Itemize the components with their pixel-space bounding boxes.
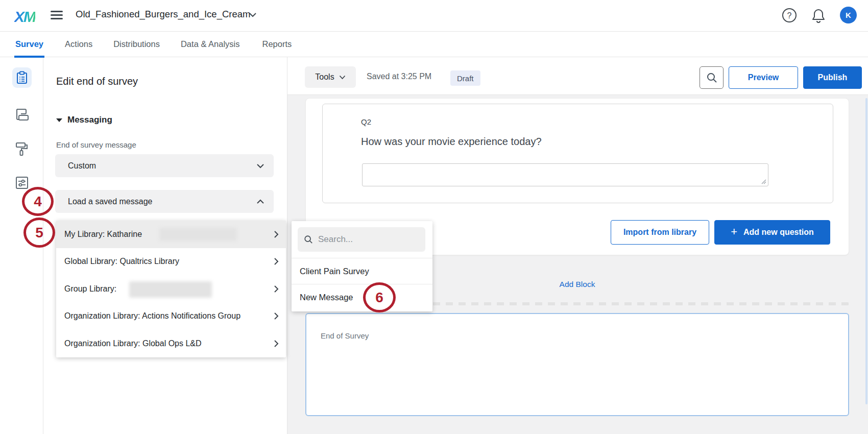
question-number: Q2 [361,117,371,126]
publish-button[interactable]: Publish [803,66,862,89]
tab-survey[interactable]: Survey [14,32,44,57]
editor-toolbar: Tools Saved at 3:25 PM Draft Preview Pub… [287,57,868,95]
load-saved-message-button[interactable]: Load a saved message [55,190,274,213]
add-new-question-label: Add new question [743,228,814,237]
main-nav-tabs: Survey Actions Distributions Data & Anal… [0,32,868,57]
menu-item-label: Organization Library: Global Ops L&D [64,339,202,348]
sliders-settings-icon [15,176,29,189]
top-bar: XM Old_Fashioned_Burgers_and_Ice_Cream ?… [0,0,868,32]
chevron-up-icon [256,199,264,204]
survey-name[interactable]: Old_Fashioned_Burgers_and_Ice_Cream [76,9,250,20]
help-icon[interactable]: ? [782,8,797,23]
tools-label: Tools [315,73,334,82]
chevron-right-icon [274,312,279,320]
plus-icon: + [731,225,737,238]
scrollbar[interactable] [865,98,867,404]
add-block-link[interactable]: Add Block [560,280,595,289]
search-icon [706,72,717,83]
end-of-survey-block[interactable]: End of Survey [305,313,849,416]
sidebar-item-survey-builder[interactable] [12,67,32,88]
add-new-question-button[interactable]: + Add new question [714,220,830,245]
menu-item-label: Global Library: Qualtrics Library [64,257,179,266]
import-from-library-button[interactable]: Import from library [611,220,709,245]
redacted-text [129,281,212,298]
menu-item-group-library[interactable]: Group Library: [56,275,286,303]
chevron-right-icon [274,230,279,238]
redacted-text [159,228,237,241]
resize-handle-icon[interactable] [761,179,766,184]
chevron-down-icon [339,75,346,80]
chevron-right-icon [274,257,279,266]
menu-item-label: Organization Library: Actions Notificati… [64,311,240,321]
saved-messages-submenu: Client Pain Survey New Message [292,221,432,311]
submenu-item-client-pain-survey[interactable]: Client Pain Survey [292,258,432,284]
survey-flow-icon [15,108,29,122]
save-status: Saved at 3:25 PM [367,72,431,81]
chevron-down-icon [256,163,264,168]
menu-item-org-library-global-ops[interactable]: Organization Library: Global Ops L&D [56,330,286,357]
draft-status-badge: Draft [450,70,480,86]
tab-actions[interactable]: Actions [64,32,93,57]
library-menu: My Library: Katharine Global Library: Qu… [56,221,286,357]
tab-distributions[interactable]: Distributions [112,32,161,57]
load-saved-message-label: Load a saved message [68,197,152,206]
menu-item-global-library[interactable]: Global Library: Qualtrics Library [56,248,286,276]
search-icon [304,234,313,245]
end-of-survey-label: End of Survey [321,331,369,340]
annotation-step-4: 4 [22,187,54,216]
question-text: How was your movie experience today? [361,136,542,148]
xm-logo: XM [14,8,35,26]
text-entry-field[interactable] [362,163,768,186]
chevron-right-icon [274,340,279,348]
tools-button[interactable]: Tools [305,66,356,88]
survey-name-chevron-down-icon[interactable] [249,12,257,17]
end-of-survey-message-label: End of survey message [56,140,136,149]
message-type-value: Custom [68,161,96,171]
sidebar-item-survey-flow[interactable] [12,105,32,125]
menu-item-my-library[interactable]: My Library: Katharine [56,221,286,248]
collapse-triangle-icon [56,118,62,122]
chevron-right-icon [274,285,279,293]
menu-item-label: My Library: Katharine [64,230,142,239]
tab-data-analysis[interactable]: Data & Analysis [180,32,241,57]
message-search-input[interactable] [318,234,420,245]
message-type-select[interactable]: Custom [55,154,274,177]
tab-reports[interactable]: Reports [261,32,293,57]
search-survey-button[interactable] [700,66,724,89]
submenu-item-new-message[interactable]: New Message [292,284,432,310]
hamburger-menu-icon[interactable] [51,11,63,20]
notifications-bell-icon[interactable] [811,8,826,24]
paint-roller-icon [15,141,29,157]
menu-item-label: Group Library: [64,284,116,294]
question-q2[interactable]: Q2 How was your movie experience today? [322,104,833,203]
menu-item-org-library-actions[interactable]: Organization Library: Actions Notificati… [56,303,286,330]
annotation-step-6: 6 [363,282,396,312]
sidebar-item-look-and-feel[interactable] [12,139,32,159]
panel-title: Edit end of survey [56,76,138,87]
messaging-section-toggle[interactable]: Messaging [56,115,112,125]
annotation-step-5: 5 [23,218,55,248]
user-avatar[interactable]: K [840,7,857,23]
svg-text:?: ? [787,11,792,20]
message-search-box[interactable] [298,227,425,252]
messaging-section-label: Messaging [67,115,112,125]
clipboard-list-icon [16,71,28,84]
preview-button[interactable]: Preview [729,66,798,89]
